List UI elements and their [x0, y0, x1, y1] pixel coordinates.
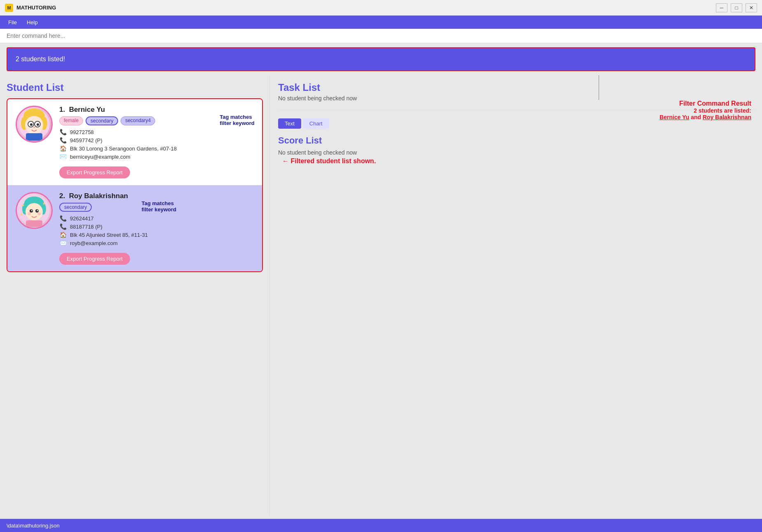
statusbar: \data\mathutoring.json [0, 519, 762, 532]
avatar-bernice: ★ ★ [16, 106, 53, 143]
filter-link-bernice: Bernice Yu [660, 114, 689, 120]
filter-arrow-label: ← Filtered student list shown. [282, 157, 376, 165]
address-icon-2: 🏠 [59, 231, 67, 238]
phone-icon-3: 📞 [59, 215, 67, 222]
filter-result-line1: 2 students are listed: [660, 107, 751, 114]
address-icon-1: 🏠 [59, 145, 67, 152]
svg-text:★: ★ [42, 116, 44, 120]
student-header-2: ★ ★ ★ 2. Roy Balakrishnan secondary [16, 192, 254, 265]
filter-result-names: Bernice Yu and Roy Balakrishnan [660, 114, 751, 120]
contact-phone2-1: 📞 94597742 (P) [59, 137, 254, 143]
tag-secondary4: secondary4 [121, 116, 155, 125]
contact-phone1-1: 📞 99272758 [59, 129, 254, 135]
student-info-2: 2. Roy Balakrishnan secondary Tag matche… [59, 192, 254, 265]
export-btn-1[interactable]: Export Progress Report [59, 167, 130, 178]
export-btn-2[interactable]: Export Progress Report [59, 253, 130, 265]
close-button[interactable]: ✕ [746, 3, 757, 12]
tag-secondary-1: secondary [86, 116, 118, 125]
titlebar: M MATHUTORING ─ □ ✕ [0, 0, 762, 16]
command-input[interactable] [7, 32, 755, 39]
titlebar-controls: ─ □ ✕ [716, 3, 757, 12]
commandbar [0, 29, 762, 43]
tags-row-1: female secondary secondary4 Tag matchesf… [59, 116, 254, 125]
status-banner: 2 students listed! [7, 47, 755, 71]
filter-result-annotation: Filter Command Result 2 students are lis… [660, 100, 751, 120]
tag-annotation-1: Tag matchesfilter keyword [220, 114, 255, 126]
svg-point-21 [31, 210, 33, 211]
student-list-container: ★ ★ 1. Bernice Yu female secondary secon [7, 98, 263, 272]
student-name-2: 2. Roy Balakrishnan [59, 192, 254, 200]
contact-phone1-2: 📞 92624417 [59, 215, 254, 222]
svg-point-10 [33, 127, 35, 128]
score-list-title: Score List [278, 135, 755, 146]
svg-text:★: ★ [20, 213, 23, 216]
annotation-vertical-line [599, 75, 599, 100]
titlebar-left: M MATHUTORING [5, 4, 56, 12]
menubar: File Help [0, 16, 762, 29]
tag-female: female [59, 116, 83, 125]
contact-address-2: 🏠 Blk 45 Aljunied Street 85, #11-31 [59, 231, 254, 238]
student-panel-title: Student List [7, 75, 263, 98]
tag-annotation-2: Tag matchesfilter keyword [142, 200, 177, 213]
tab-text[interactable]: Text [278, 118, 301, 129]
contact-phone2-2: 📞 88187718 (P) [59, 223, 254, 230]
svg-point-22 [37, 210, 38, 211]
app-icon: M [5, 4, 13, 12]
email-icon-1: ✉️ [59, 153, 67, 160]
student-card-1: ★ ★ 1. Bernice Yu female secondary secon [7, 99, 262, 185]
contact-email-1: ✉️ berniceyu@example.com [59, 153, 254, 160]
task-panel: Filter Command Result 2 students are lis… [270, 75, 755, 515]
student-info-1: 1. Bernice Yu female secondary secondary… [59, 106, 254, 178]
status-banner-text: 2 students listed! [16, 56, 65, 62]
svg-text:★: ★ [23, 118, 26, 122]
phone-icon-4: 📞 [59, 223, 67, 230]
menu-help[interactable]: Help [22, 18, 43, 27]
task-list-title: Task List [278, 75, 755, 95]
tab-chart[interactable]: Chart [303, 118, 329, 129]
student-panel: Student List [7, 75, 270, 515]
phone-icon-1: 📞 [59, 129, 67, 135]
statusbar-text: \data\mathutoring.json [7, 523, 60, 529]
avatar-bernice-svg: ★ ★ [18, 108, 51, 141]
contact-address-1: 🏠 Blk 30 Lorong 3 Serangoon Gardens, #07… [59, 145, 254, 152]
svg-text:★: ★ [22, 204, 25, 207]
filter-link-roy: Roy Balakrishnan [703, 114, 751, 120]
email-icon-2: ✉️ [59, 240, 67, 246]
svg-point-24 [37, 212, 41, 215]
student-card-2: ★ ★ ★ 2. Roy Balakrishnan secondary [7, 185, 262, 271]
menu-file[interactable]: File [3, 18, 22, 27]
svg-text:★: ★ [42, 202, 45, 206]
minimize-button[interactable]: ─ [716, 3, 727, 12]
svg-point-8 [37, 123, 39, 126]
maximize-button[interactable]: □ [731, 3, 742, 12]
filter-result-title: Filter Command Result [660, 100, 751, 107]
svg-rect-11 [26, 133, 42, 141]
tag-secondary-2: secondary [59, 203, 92, 212]
student-name-1: 1. Bernice Yu [59, 106, 254, 114]
contact-email-2: ✉️ royb@example.com [59, 240, 254, 246]
avatar-roy-svg: ★ ★ ★ [18, 194, 51, 227]
score-list-subtitle: No student being checked now [278, 149, 755, 156]
avatar-roy: ★ ★ ★ [16, 192, 53, 229]
phone-icon-2: 📞 [59, 137, 67, 143]
svg-point-23 [28, 212, 31, 215]
student-header-1: ★ ★ 1. Bernice Yu female secondary secon [16, 106, 254, 178]
tags-row-2: secondary Tag matchesfilter keyword [59, 203, 254, 212]
main-content: Student List [0, 75, 762, 519]
svg-rect-25 [26, 220, 42, 227]
app-title: MATHUTORING [16, 5, 56, 11]
svg-point-7 [30, 123, 33, 126]
